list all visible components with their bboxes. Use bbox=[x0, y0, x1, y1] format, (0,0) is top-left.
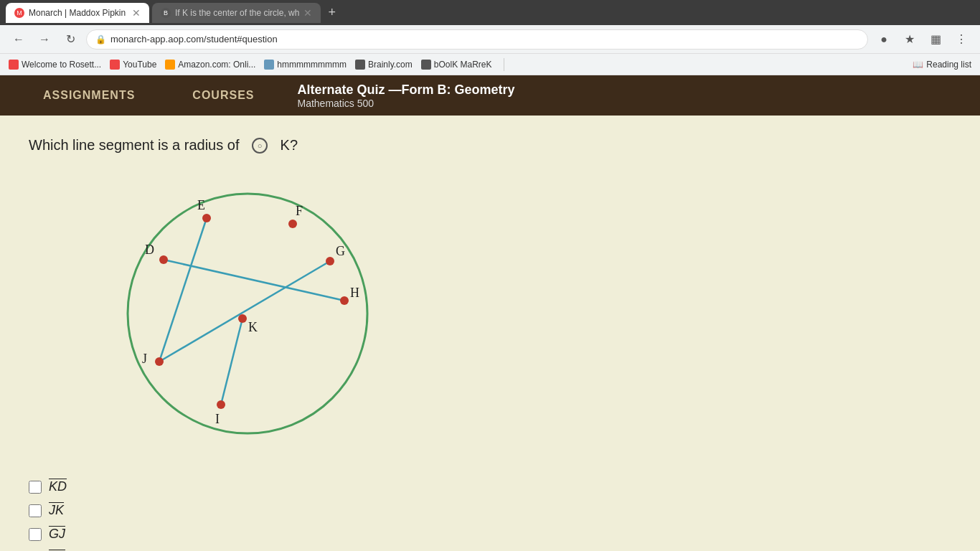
tab-monarch[interactable]: M Monarch | Maddox Pipkin ✕ bbox=[6, 3, 149, 23]
tab-title-1: Monarch | Maddox Pipkin bbox=[29, 8, 128, 18]
answer-label-kd[interactable]: KD bbox=[49, 479, 67, 494]
address-text: monarch-app.aop.com/student#question bbox=[110, 34, 278, 44]
forward-button[interactable]: → bbox=[34, 29, 55, 50]
bookmark-label-youtube: YouTube bbox=[123, 60, 156, 70]
label-F: F bbox=[296, 204, 303, 218]
bookmarks-bar: Welcome to Rosett... YouTube Amazon.com:… bbox=[0, 54, 980, 75]
label-D: D bbox=[145, 242, 154, 257]
checkbox-jk[interactable] bbox=[29, 504, 42, 517]
main-content: Which line segment is a radius of ○ K? bbox=[0, 116, 980, 551]
assignments-nav[interactable]: ASSIGNMENTS bbox=[14, 89, 164, 102]
circle-symbol: ○ bbox=[252, 138, 268, 154]
answer-text-kd: KD bbox=[49, 479, 67, 494]
point-D bbox=[159, 255, 168, 264]
bookmark-amazon[interactable]: Amazon.com: Onli... bbox=[165, 60, 255, 70]
question-text: Which line segment is a radius of ○ K? bbox=[29, 137, 951, 154]
bookmark-icon-boolk bbox=[421, 60, 431, 70]
answer-choice-kd: KD bbox=[29, 479, 951, 494]
reading-list-icon: 📖 bbox=[913, 60, 923, 70]
tab-close-2[interactable]: ✕ bbox=[303, 7, 312, 19]
answer-label-jk[interactable]: JK bbox=[49, 503, 64, 518]
courses-nav[interactable]: COURSES bbox=[164, 89, 283, 102]
answer-text-jk: JK bbox=[49, 503, 64, 517]
answer-choice-jk: JK bbox=[29, 503, 951, 518]
bookmark-button[interactable]: ★ bbox=[900, 29, 920, 50]
question-text-after: K? bbox=[281, 137, 298, 154]
bookmark-icon-hmm bbox=[264, 60, 274, 70]
label-E: E bbox=[197, 198, 205, 212]
checkbox-gj[interactable] bbox=[29, 528, 42, 541]
diagram-area: E F G H D J I K bbox=[29, 175, 951, 451]
tab-favicon-1: M bbox=[14, 8, 24, 18]
bookmark-icon-youtube bbox=[110, 60, 120, 70]
bookmark-icon-brainly bbox=[355, 60, 365, 70]
reload-button[interactable]: ↻ bbox=[60, 29, 80, 50]
quiz-title: Alternate Quiz —Form B: Geometry bbox=[297, 83, 514, 98]
tab-favicon-2: B bbox=[161, 8, 171, 18]
bookmark-label-brainly: Brainly.com bbox=[368, 60, 413, 70]
bookmark-hmm[interactable]: hmmmmmmmmm bbox=[264, 60, 347, 70]
answer-text-gj: GJ bbox=[49, 527, 65, 541]
point-K bbox=[238, 314, 247, 323]
tab-close-1[interactable]: ✕ bbox=[132, 7, 141, 19]
browser-action-buttons: ● ★ ▦ ⋮ bbox=[874, 29, 971, 50]
back-button[interactable]: ← bbox=[9, 29, 29, 50]
bookmark-youtube[interactable]: YouTube bbox=[110, 60, 156, 70]
bookmark-rosetta[interactable]: Welcome to Rosett... bbox=[9, 60, 101, 70]
profile-button[interactable]: ● bbox=[874, 29, 894, 50]
point-H bbox=[340, 296, 349, 305]
label-I: I bbox=[215, 412, 220, 426]
point-E bbox=[202, 214, 211, 222]
quiz-info: Alternate Quiz —Form B: Geometry Mathema… bbox=[297, 83, 514, 109]
label-J: J bbox=[142, 352, 147, 366]
app-nav: ASSIGNMENTS COURSES bbox=[14, 89, 283, 102]
bookmark-label-hmm: hmmmmmmmmm bbox=[277, 60, 347, 70]
checkbox-kd[interactable] bbox=[29, 481, 42, 494]
question-text-before: Which line segment is a radius of bbox=[29, 137, 239, 154]
chord-gj bbox=[159, 261, 330, 362]
app-header: ASSIGNMENTS COURSES Alternate Quiz —Form… bbox=[0, 75, 980, 116]
answer-choice-gj: GJ bbox=[29, 527, 951, 542]
main-circle bbox=[128, 194, 367, 433]
label-K: K bbox=[248, 320, 258, 334]
quiz-subtitle: Mathematics 500 bbox=[297, 98, 514, 109]
chord-ki bbox=[221, 319, 242, 405]
bookmark-label-amazon: Amazon.com: Onli... bbox=[178, 60, 255, 70]
geometry-diagram: E F G H D J I K bbox=[29, 175, 373, 448]
answer-choices: KD JK GJ EF bbox=[29, 479, 951, 551]
lock-icon: 🔒 bbox=[95, 34, 106, 44]
bookmark-boolk[interactable]: bOolK MaRreK bbox=[421, 60, 492, 70]
browser-controls: ← → ↻ 🔒 monarch-app.aop.com/student#ques… bbox=[0, 25, 980, 54]
bookmark-label-boolk: bOolK MaRreK bbox=[434, 60, 492, 70]
point-G bbox=[326, 257, 334, 265]
browser-tab-bar: M Monarch | Maddox Pipkin ✕ B If K is th… bbox=[0, 0, 980, 25]
tab-title-2: If K is the center of the circle, wh bbox=[175, 8, 299, 18]
new-tab-button[interactable]: + bbox=[324, 5, 340, 20]
label-H: H bbox=[350, 286, 359, 300]
menu-button[interactable]: ⋮ bbox=[951, 29, 971, 50]
bookmark-label-rosetta: Welcome to Rosett... bbox=[22, 60, 101, 70]
bookmark-icon-amazon bbox=[165, 60, 175, 70]
tab-question[interactable]: B If K is the center of the circle, wh ✕ bbox=[152, 3, 321, 23]
point-F bbox=[288, 220, 297, 228]
bookmark-brainly[interactable]: Brainly.com bbox=[355, 60, 413, 70]
point-I bbox=[217, 400, 225, 409]
reading-list-button[interactable]: 📖 Reading list bbox=[913, 60, 971, 70]
address-bar[interactable]: 🔒 monarch-app.aop.com/student#question bbox=[86, 29, 868, 50]
bookmark-icon-rosetta bbox=[9, 60, 19, 70]
extensions-button[interactable]: ▦ bbox=[925, 29, 946, 50]
chord-ej bbox=[159, 218, 207, 362]
point-J bbox=[155, 357, 164, 366]
reading-list-label: Reading list bbox=[926, 60, 971, 70]
answer-label-gj[interactable]: GJ bbox=[49, 527, 65, 542]
bookmarks-divider bbox=[504, 58, 504, 71]
label-G: G bbox=[336, 244, 345, 258]
